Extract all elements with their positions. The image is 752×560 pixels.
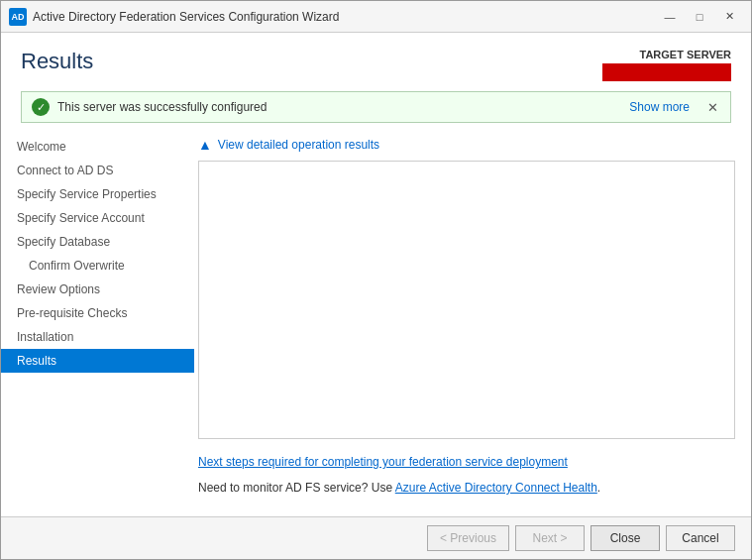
next-steps-link[interactable]: Next steps required for completing your … xyxy=(198,455,568,469)
sidebar-item-results[interactable]: Results xyxy=(1,349,194,373)
sidebar-item-specify-database[interactable]: Specify Database xyxy=(1,230,194,254)
title-bar: AD Active Directory Federation Services … xyxy=(1,1,751,33)
cancel-button[interactable]: Cancel xyxy=(666,525,735,551)
sidebar-item-pre-requisite-checks[interactable]: Pre-requisite Checks xyxy=(1,301,194,325)
sidebar-item-review-options[interactable]: Review Options xyxy=(1,278,194,301)
main-window: AD Active Directory Federation Services … xyxy=(0,0,752,560)
page-title: Results xyxy=(21,49,93,74)
content-area: Results TARGET SERVER ✓ This server was … xyxy=(1,33,751,516)
window-close-button[interactable]: ✕ xyxy=(715,6,743,28)
connect-health-link[interactable]: Azure Active Directory Connect Health xyxy=(395,481,597,495)
chevron-up-icon: ▲ xyxy=(198,137,212,153)
notification-close-button[interactable]: ✕ xyxy=(705,100,720,115)
minimize-button[interactable]: — xyxy=(656,6,684,28)
sidebar-item-specify-service-account[interactable]: Specify Service Account xyxy=(1,206,194,230)
header-row: Results TARGET SERVER xyxy=(1,33,751,91)
view-detailed-row: ▲ View detailed operation results xyxy=(198,135,735,155)
links-area: Next steps required for completing your … xyxy=(198,449,735,508)
sidebar-item-welcome[interactable]: Welcome xyxy=(1,135,194,159)
next-steps-text: Next steps required for completing your … xyxy=(198,453,735,471)
main-body: WelcomeConnect to AD DSSpecify Service P… xyxy=(1,131,751,516)
footer: < Previous Next > Close Cancel xyxy=(1,516,751,559)
monitor-text: Need to monitor AD FS service? Use Azure… xyxy=(198,479,735,497)
view-detailed-link[interactable]: View detailed operation results xyxy=(218,138,379,152)
window-controls: — □ ✕ xyxy=(656,6,743,28)
right-panel: ▲ View detailed operation results Next s… xyxy=(194,131,751,516)
success-icon: ✓ xyxy=(32,98,50,116)
window-title: Active Directory Federation Services Con… xyxy=(33,10,656,24)
detail-box xyxy=(198,161,735,439)
notification-bar: ✓ This server was successfully configure… xyxy=(21,91,731,123)
sidebar-item-confirm-overwrite[interactable]: Confirm Overwrite xyxy=(1,254,194,278)
maximize-button[interactable]: □ xyxy=(686,6,713,28)
show-more-link[interactable]: Show more xyxy=(629,100,690,114)
app-icon: AD xyxy=(9,8,27,26)
previous-button[interactable]: < Previous xyxy=(427,525,509,551)
target-server-area: TARGET SERVER xyxy=(602,49,731,81)
target-server-label: TARGET SERVER xyxy=(602,49,731,60)
sidebar: WelcomeConnect to AD DSSpecify Service P… xyxy=(1,131,194,516)
sidebar-item-connect-ad-ds[interactable]: Connect to AD DS xyxy=(1,159,194,182)
sidebar-item-specify-service-properties[interactable]: Specify Service Properties xyxy=(1,182,194,206)
target-server-bar xyxy=(602,63,731,81)
monitor-suffix: . xyxy=(597,481,600,495)
sidebar-item-installation[interactable]: Installation xyxy=(1,325,194,349)
close-button[interactable]: Close xyxy=(591,525,660,551)
monitor-prefix: Need to monitor AD FS service? Use xyxy=(198,481,395,495)
notification-text: This server was successfully configured xyxy=(57,100,621,114)
next-button[interactable]: Next > xyxy=(515,525,585,551)
